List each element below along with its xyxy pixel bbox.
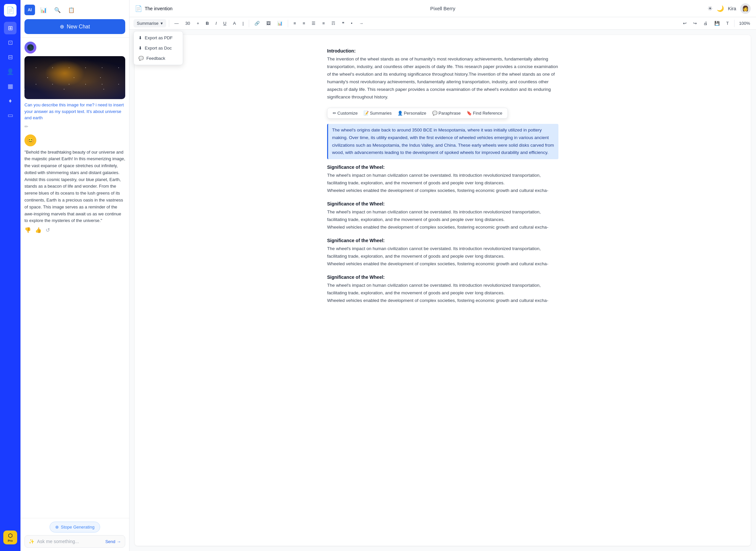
toolbar-bold-btn[interactable]: B — [203, 19, 212, 27]
export-doc-item[interactable]: ⬇ Export as Doc — [134, 43, 183, 53]
app-logo[interactable]: 📄 — [4, 4, 17, 17]
toolbar-separator-4 — [734, 20, 735, 27]
files-icon: ⊟ — [8, 53, 13, 61]
export-doc-label: Export as Doc — [145, 46, 172, 51]
toolbar-table-btn[interactable]: 📊 — [275, 19, 285, 27]
dislike-icon[interactable]: 👎 — [24, 227, 31, 233]
user-avatar-top[interactable]: 👩 — [740, 3, 751, 14]
toolbar-underline-btn[interactable]: U — [221, 19, 229, 27]
search-tool-button[interactable]: 🔍 — [52, 5, 63, 15]
chart-icon: 📊 — [40, 7, 47, 13]
customize-btn[interactable]: ✏ Customize — [330, 109, 360, 117]
top-bar: 📄 The invention Pixell Berry ☀ 🌙 Kira 👩 — [129, 0, 756, 17]
ai-response-text: "Behold the breathtaking beauty of our u… — [24, 149, 125, 224]
feedback-item[interactable]: 💬 Feedback — [134, 53, 183, 63]
user-icon: 👤 — [7, 68, 14, 75]
sidebar-item-gallery[interactable]: ▦ — [4, 80, 17, 92]
toolbar-arrow-btn[interactable]: → — [357, 19, 366, 27]
edit-icon[interactable]: ✏ — [24, 124, 125, 129]
pro-upgrade-button[interactable]: ⬡ Pro — [3, 531, 17, 544]
summarise-dropdown-container: Summarise ▾ ⬇ Export as PDF ⬇ Export as … — [133, 19, 166, 27]
export-doc-icon: ⬇ — [138, 46, 142, 51]
moon-icon[interactable]: 🌙 — [717, 5, 724, 12]
document-area: Introduction: The invention of the wheel… — [135, 35, 751, 546]
toolbar-plus-btn[interactable]: + — [194, 19, 202, 27]
sidebar-item-user[interactable]: 👤 — [4, 65, 17, 78]
chat-input-area: ✨ Send → — [24, 535, 125, 548]
personalize-btn[interactable]: 👤 Personalize — [395, 109, 429, 117]
clipboard-tool-button[interactable]: 📋 — [66, 5, 77, 15]
ai-feedback-icons: 👎 👍 ↺ — [24, 227, 125, 233]
toolbar-quote-btn[interactable]: ❝ — [339, 19, 347, 27]
toolbar-align-right-btn[interactable]: ☰ — [309, 19, 318, 27]
chat-image-container — [24, 56, 125, 99]
ai-tool-button[interactable]: AI — [24, 5, 35, 15]
intro-text: The invention of the wheel stands as one… — [327, 55, 558, 101]
paraphrase-btn[interactable]: 💬 Paraphrase — [430, 109, 463, 117]
toolbar-align-left-btn[interactable]: ≡ — [291, 19, 299, 27]
doc-sections-container: Significance of the Wheel:The wheel's im… — [327, 164, 558, 304]
search-icon: 🔍 — [54, 7, 61, 13]
toolbar-image-btn[interactable]: 🖼 — [264, 19, 273, 27]
paraphrase-icon: 💬 — [432, 111, 437, 116]
ai-message: 😊 "Behold the breathtaking beauty of our… — [24, 134, 125, 233]
toolbar-indent-btn[interactable]: ☶ — [329, 19, 338, 27]
toolbar-list-btn[interactable]: ≡ — [320, 19, 327, 27]
document-icon: 📄 — [135, 5, 142, 12]
send-button[interactable]: Send → — [105, 539, 121, 544]
chat-footer: ⊗ Stope Generating ✨ Send → — [20, 518, 129, 551]
toolbar-highlight-btn[interactable]: | — [240, 19, 246, 27]
summaries-btn[interactable]: 📝 Summaries — [361, 109, 394, 117]
summaries-icon: 📝 — [363, 111, 369, 116]
doc-section-2: Significance of the Wheel:The wheel's im… — [327, 238, 558, 268]
sidebar-item-home[interactable]: ⊞ — [4, 22, 17, 34]
personalize-label: Personalize — [404, 111, 426, 116]
sidebar-item-dashboard[interactable]: ⊡ — [4, 36, 17, 49]
new-chat-button[interactable]: ⊕ New Chat — [24, 19, 125, 34]
toolbar-undo-btn[interactable]: ↩ — [680, 19, 689, 27]
chat-input[interactable] — [37, 539, 103, 544]
customize-icon: ✏ — [333, 111, 336, 116]
stop-generating-label: Stope Generating — [61, 525, 94, 530]
toolbar-minus-btn[interactable]: — — [172, 19, 181, 27]
like-icon[interactable]: 👍 — [35, 227, 42, 233]
sun-icon[interactable]: ☀ — [707, 5, 713, 12]
icon-sidebar: 📄 ⊞ ⊡ ⊟ 👤 ▦ ♦ ▭ ⬡ Pro — [0, 0, 20, 551]
export-pdf-item[interactable]: ⬇ Export as PDF — [134, 33, 183, 43]
chart-tool-button[interactable]: 📊 — [38, 5, 49, 15]
ai-label: AI — [28, 8, 32, 12]
glow-decoration — [45, 60, 85, 86]
summarise-button[interactable]: Summarise ▾ — [133, 19, 166, 27]
sidebar-item-files[interactable]: ⊟ — [4, 51, 17, 63]
toolbar-italic-btn[interactable]: I — [213, 19, 220, 27]
toolbar-print-btn[interactable]: 🖨 — [701, 19, 710, 27]
chat-messages: 🌑 Can you describe this image for me? i … — [20, 38, 129, 518]
sidebar-item-bookmark[interactable]: ♦ — [4, 94, 17, 107]
section-heading-0: Significance of the Wheel: — [327, 164, 558, 170]
refresh-icon[interactable]: ↺ — [46, 227, 50, 233]
toolbar-bullet-btn[interactable]: • — [348, 19, 355, 27]
doc-section-0: Significance of the Wheel:The wheel's im… — [327, 164, 558, 194]
toolbar-save-btn[interactable]: 💾 — [712, 19, 722, 27]
chat-panel: AI 📊 🔍 📋 ⊕ New Chat 🌑 — [20, 0, 129, 551]
section-para-0-0: The wheel's impact on human civilization… — [327, 172, 558, 187]
stop-generating-button[interactable]: ⊗ Stope Generating — [50, 522, 100, 533]
summarise-label: Summarise — [137, 21, 158, 26]
toolbar-spellcheck-btn[interactable]: T — [724, 19, 732, 27]
document-title: The invention — [145, 6, 172, 11]
toolbar-fontsize-btn[interactable]: 30 — [183, 19, 193, 27]
sidebar-item-folder[interactable]: ▭ — [4, 109, 17, 121]
toolbar-color-btn[interactable]: A — [230, 19, 239, 27]
toolbar-align-center-btn[interactable]: ≡ — [300, 19, 308, 27]
find-reference-btn[interactable]: 🔖 Find Reference — [464, 109, 505, 117]
pro-label: Pro — [8, 539, 13, 542]
section-para-1-1: Wheeled vehicles enabled the development… — [327, 224, 558, 231]
user-message: 🌑 Can you describe this image for me? i … — [24, 42, 125, 129]
chat-tools: AI 📊 🔍 📋 — [24, 5, 125, 15]
document-content: Introduction: The invention of the wheel… — [327, 48, 558, 305]
user-avatar-icon: 👩 — [742, 5, 749, 12]
toolbar-redo-btn[interactable]: ↪ — [691, 19, 700, 27]
find-reference-icon: 🔖 — [466, 111, 472, 116]
intro-section: Introduction: The invention of the wheel… — [327, 48, 558, 101]
toolbar-link-btn[interactable]: 🔗 — [252, 19, 262, 27]
